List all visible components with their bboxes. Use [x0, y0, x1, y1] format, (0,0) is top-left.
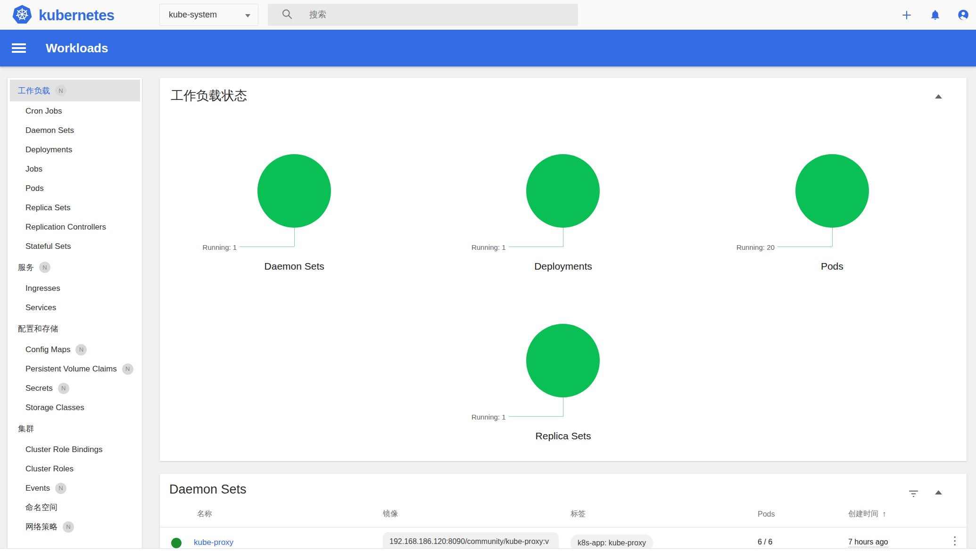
namespaced-badge: N	[39, 262, 50, 273]
column-header-label: 镜像	[383, 509, 398, 519]
sidebar-item-配置和存储[interactable]: 配置和存储	[8, 317, 142, 340]
chart-status-label: Running: 20	[736, 243, 775, 251]
sidebar-item-events[interactable]: EventsN	[8, 478, 142, 498]
sidebar-item-label: Stateful Sets	[25, 242, 71, 251]
sidebar-item-cluster-role-bindings[interactable]: Cluster Role Bindings	[8, 440, 142, 459]
daemonsets-header-row: 名称镜像标签Pods创建时间↑	[160, 501, 967, 527]
pie-chart-daemon-sets	[257, 154, 331, 228]
leader-line-vertical	[563, 228, 563, 247]
sidebar-item-label: Cluster Role Bindings	[25, 445, 102, 454]
chart-status-label: Running: 1	[471, 243, 506, 251]
chart-title: Replica Sets	[429, 430, 697, 442]
kubernetes-logo-icon	[12, 4, 33, 27]
sidebar-item-deployments[interactable]: Deployments	[8, 140, 142, 159]
sidebar-item-label: Storage Classes	[25, 403, 84, 412]
column-header-label: 标签	[571, 509, 586, 519]
sidebar-item-工作负载[interactable]: 工作负载N	[10, 80, 140, 101]
row-menu-button[interactable]: ⋮	[949, 535, 960, 546]
daemonset-name-link[interactable]: kube-proxy	[194, 538, 233, 547]
sidebar-item-jobs[interactable]: Jobs	[8, 159, 142, 179]
leader-line-horizontal	[777, 247, 832, 247]
namespaced-badge: N	[58, 383, 69, 394]
name-cell: kube-proxy	[190, 527, 379, 547]
sidebar-item-label: Services	[25, 303, 56, 313]
chart-leader: Running: 1	[429, 397, 697, 416]
column-header-pods: Pods	[753, 510, 844, 519]
table-row[interactable]: kube-proxy192.168.186.120:8090/community…	[160, 527, 967, 548]
sidebar-item-label: 工作负载	[18, 85, 50, 96]
column-header-label: 名称	[197, 509, 212, 519]
workload-status-card: 工作负载状态 Running: 1Daemon SetsRunning: 1De…	[160, 78, 967, 461]
chart-leader: Running: 1	[429, 228, 697, 247]
workload-status-charts: Running: 1Daemon SetsRunning: 1Deploymen…	[160, 105, 967, 445]
sidebar-item-services[interactable]: Services	[8, 298, 142, 317]
sidebar-item-label: Daemon Sets	[25, 126, 74, 135]
namespaced-badge: N	[75, 344, 87, 355]
sidebar-item-label: Config Maps	[25, 345, 70, 354]
sidebar-item-集群[interactable]: 集群	[8, 417, 142, 440]
kubernetes-logo[interactable]: kubernetes	[12, 4, 114, 27]
daemonsets-title: Daemon Sets	[160, 474, 967, 501]
sidebar-item-label: 集群	[18, 423, 34, 434]
search-input[interactable]	[309, 10, 554, 20]
status-cell	[160, 527, 190, 548]
workload-chart-pods: Running: 20Pods	[698, 105, 967, 275]
sidebar-item-label: 命名空间	[25, 502, 58, 513]
account-avatar-button[interactable]	[957, 9, 969, 21]
label-chip: k8s-app: kube-proxy	[571, 535, 653, 548]
chart-leader: Running: 20	[698, 228, 967, 247]
sidebar-item-ingresses[interactable]: Ingresses	[8, 279, 142, 298]
sidebar-item-storage-classes[interactable]: Storage Classes	[8, 398, 142, 417]
leader-line-horizontal	[509, 416, 563, 417]
content-area: 工作负载NCron JobsDaemon SetsDeploymentsJobs…	[0, 66, 976, 548]
notifications-bell-button[interactable]	[929, 9, 941, 21]
filter-icon[interactable]	[906, 486, 921, 503]
column-header-名称[interactable]: 名称	[190, 509, 379, 519]
leader-line-vertical	[832, 228, 833, 247]
sidebar-item-label: Secrets	[25, 384, 53, 393]
pods-cell: 6 / 6	[753, 538, 844, 546]
column-header-镜像: 镜像	[379, 509, 566, 519]
menu-hamburger-button[interactable]	[12, 42, 28, 54]
sidebar-item-cron-jobs[interactable]: Cron Jobs	[8, 101, 142, 121]
global-search	[268, 4, 578, 26]
workload-chart-replica-sets: Running: 1Replica Sets	[429, 275, 697, 445]
sidebar-item-网络策略[interactable]: 网络策略N	[8, 517, 142, 536]
sidebar-item-label: 配置和存储	[18, 323, 58, 334]
sidebar-item-pods[interactable]: Pods	[8, 179, 142, 198]
sidebar-item-服务[interactable]: 服务N	[8, 256, 142, 279]
workload-chart-daemon-sets: Running: 1Daemon Sets	[160, 105, 429, 275]
chart-title: Pods	[698, 261, 967, 272]
pie-chart-deployments	[526, 154, 600, 228]
sidebar-item-cluster-roles[interactable]: Cluster Roles	[8, 459, 142, 478]
leader-line-vertical	[563, 397, 563, 416]
chart-status-label: Running: 1	[471, 413, 506, 421]
namespace-select[interactable]: kube-system	[159, 4, 258, 26]
sidebar-item-persistent-volume-claims[interactable]: Persistent Volume ClaimsN	[8, 359, 142, 379]
sidebar-item-replica-sets[interactable]: Replica Sets	[8, 198, 142, 217]
collapse-table-button[interactable]	[933, 487, 944, 498]
column-header-label: Pods	[758, 510, 775, 519]
sidebar-item-stateful-sets[interactable]: Stateful Sets	[8, 237, 142, 256]
sidebar-item-replication-controllers[interactable]: Replication Controllers	[8, 217, 142, 237]
page-toolbar: Workloads	[0, 30, 976, 66]
sidebar-item-daemon-sets[interactable]: Daemon Sets	[8, 121, 142, 140]
sidebar-item-config-maps[interactable]: Config MapsN	[8, 340, 142, 359]
sidebar-item-label: Events	[25, 484, 50, 493]
sidebar-item-命名空间[interactable]: 命名空间	[8, 498, 142, 517]
leader-line-horizontal	[240, 247, 294, 247]
column-header-label: 创建时间	[848, 509, 878, 519]
leader-line-vertical	[294, 228, 295, 247]
header-actions	[901, 0, 969, 30]
daemonsets-card: Daemon Sets 名称镜像标签Pods创建时间↑ kube-proxy19…	[160, 474, 967, 548]
column-header-创建时间[interactable]: 创建时间↑	[844, 509, 939, 519]
chart-status-label: Running: 1	[203, 243, 237, 251]
chart-title: Daemon Sets	[160, 261, 429, 272]
sidebar-item-label: Cluster Roles	[25, 464, 74, 474]
sidebar-item-secrets[interactable]: SecretsN	[8, 379, 142, 398]
horizontal-scrollbar[interactable]	[0, 548, 976, 560]
namespaced-badge: N	[63, 521, 74, 533]
app-header: kubernetes kube-system	[0, 0, 976, 30]
collapse-card-button[interactable]	[933, 91, 944, 102]
create-resource-button[interactable]	[901, 9, 913, 21]
